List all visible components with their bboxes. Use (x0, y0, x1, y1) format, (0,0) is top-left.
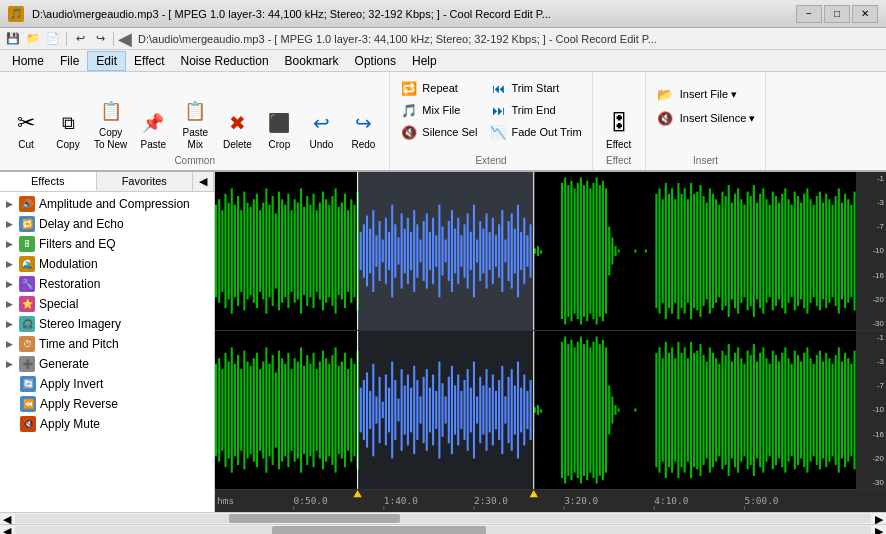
menu-edit[interactable]: Edit (87, 51, 126, 71)
svg-rect-9 (240, 210, 242, 292)
trim-start-button[interactable]: ⏮ Trim Start (485, 78, 585, 98)
qa-redo[interactable]: ↪ (91, 30, 109, 48)
effect-button[interactable]: 🎛 Effect (599, 105, 639, 153)
scroll-left-arrow[interactable]: ◀ (0, 513, 14, 524)
paste-mix-label: Paste Mix (183, 127, 209, 151)
sidebar-item-apply-reverse[interactable]: ⏪ Apply Reverse (0, 394, 214, 414)
qa-undo[interactable]: ↩ (71, 30, 89, 48)
svg-rect-189 (850, 205, 852, 298)
svg-rect-273 (432, 375, 434, 446)
svg-rect-108 (567, 185, 569, 317)
waveform-track-top[interactable]: -1 -3 -7 -10 -16 -20 -30 (215, 172, 886, 331)
menu-noise-reduction[interactable]: Noise Reduction (173, 52, 277, 70)
qa-new[interactable]: 📄 (44, 30, 62, 48)
scrollbar-track-2[interactable] (15, 526, 871, 534)
sidebar-item-special[interactable]: ▶ ⭐ Special (0, 294, 214, 314)
horizontal-scrollbar[interactable]: ◀ ▶ (0, 512, 886, 524)
sidebar-item-restoration[interactable]: ▶ 🔧 Restoration (0, 274, 214, 294)
sidebar-item-apply-mute[interactable]: 🔇 Apply Mute (0, 414, 214, 434)
copy-to-new-button[interactable]: 📋 Copy To New (90, 93, 131, 153)
scroll-left-arrow-2[interactable]: ◀ (0, 525, 14, 534)
cut-button[interactable]: ✂ Cut (6, 105, 46, 153)
svg-rect-83 (470, 232, 472, 270)
delete-button[interactable]: ✖ Delete (217, 105, 257, 153)
svg-rect-258 (385, 375, 387, 446)
sidebar-item-generate[interactable]: ▶ ➕ Generate (0, 354, 214, 374)
undo-button[interactable]: ↩ Undo (301, 105, 341, 153)
menu-file[interactable]: File (52, 52, 87, 70)
svg-rect-360 (756, 362, 758, 459)
svg-rect-363 (765, 358, 767, 462)
svg-rect-34 (319, 203, 321, 300)
silence-sel-button[interactable]: 🔇 Silence Sel (396, 122, 481, 142)
back-button[interactable]: ◀ (118, 28, 132, 50)
svg-rect-325 (614, 405, 616, 415)
menu-bookmark[interactable]: Bookmark (277, 52, 347, 70)
waveform-area[interactable]: -1 -3 -7 -10 -16 -20 -30 (215, 172, 886, 512)
sidebar-item-time[interactable]: ▶ ⏱ Time and Pitch (0, 334, 214, 354)
svg-rect-75 (445, 240, 447, 263)
mix-file-button[interactable]: 🎵 Mix File (396, 100, 481, 120)
copy-button[interactable]: ⧉ Copy (48, 105, 88, 153)
menu-options[interactable]: Options (347, 52, 404, 70)
svg-rect-92 (498, 224, 500, 277)
scroll-right-arrow[interactable]: ▶ (872, 513, 886, 524)
svg-rect-329 (658, 347, 660, 472)
scrollbar-thumb-2[interactable] (272, 526, 486, 534)
svg-rect-378 (813, 364, 815, 457)
sidebar-item-filters[interactable]: ▶ 🎚 Filters and EQ (0, 234, 214, 254)
menu-home[interactable]: Home (4, 52, 52, 70)
trim-end-button[interactable]: ⏭ Trim End (485, 100, 585, 120)
svg-rect-230 (300, 347, 302, 472)
paste-mix-button[interactable]: 📋 Paste Mix (175, 93, 215, 153)
svg-rect-375 (803, 353, 805, 467)
qa-save[interactable]: 💾 (4, 30, 22, 48)
window-controls[interactable]: − □ ✕ (796, 5, 878, 23)
svg-rect-369 (784, 347, 786, 472)
svg-rect-124 (618, 249, 620, 252)
sidebar-item-stereo[interactable]: ▶ 🎧 Stereo Imagery (0, 314, 214, 334)
sidebar-item-modulation[interactable]: ▶ 🌊 Modulation (0, 254, 214, 274)
svg-rect-144 (709, 188, 711, 313)
scrollbar-track[interactable] (15, 514, 871, 523)
svg-rect-118 (599, 185, 601, 317)
sidebar-item-amplitude[interactable]: ▶ 🔊 Amplitude and Compression (0, 194, 214, 214)
menu-effect[interactable]: Effect (126, 52, 172, 70)
repeat-button[interactable]: 🔁 Repeat (396, 78, 481, 98)
qa-open[interactable]: 📁 (24, 30, 42, 48)
sidebar-item-apply-invert[interactable]: 🔄 Apply Invert (0, 374, 214, 394)
svg-rect-343 (703, 355, 705, 465)
tab-favorites[interactable]: Favorites (97, 172, 194, 191)
maximize-button[interactable]: □ (824, 5, 850, 23)
svg-rect-308 (561, 342, 563, 478)
close-button[interactable]: ✕ (852, 5, 878, 23)
crop-button[interactable]: ⬛ Crop (259, 105, 299, 153)
insert-file-button[interactable]: 📂 Insert File ▾ (652, 84, 741, 104)
svg-rect-181 (825, 194, 827, 308)
svg-rect-82 (467, 213, 469, 288)
svg-rect-318 (592, 342, 594, 478)
svg-rect-184 (835, 196, 837, 306)
scrollbar-area-2[interactable]: ◀ ▶ (0, 524, 886, 534)
svg-rect-36 (325, 199, 327, 303)
sidebar-collapse-btn[interactable]: ◀ (193, 172, 214, 191)
fade-out-trim-button[interactable]: 📉 Fade Out Trim (485, 122, 585, 142)
svg-rect-152 (734, 194, 736, 308)
paste-button[interactable]: 📌 Paste (133, 105, 173, 153)
svg-rect-165 (775, 196, 777, 306)
redo-button[interactable]: ↪ Redo (343, 105, 383, 153)
svg-rect-167 (781, 194, 783, 308)
tab-effects[interactable]: Effects (0, 172, 97, 191)
main-content: Effects Favorites ◀ ▶ 🔊 Amplitude and Co… (0, 172, 886, 512)
scroll-right-arrow-2[interactable]: ▶ (872, 525, 886, 534)
svg-rect-79 (457, 218, 459, 284)
sidebar-item-delay[interactable]: ▶ 🔁 Delay and Echo (0, 214, 214, 234)
svg-rect-38 (331, 196, 333, 306)
menu-help[interactable]: Help (404, 52, 445, 70)
svg-rect-338 (687, 358, 689, 462)
title-bar: 🎵 D:\audio\mergeaudio.mp3 - [ MPEG 1.0 l… (0, 0, 886, 28)
minimize-button[interactable]: − (796, 5, 822, 23)
scrollbar-thumb[interactable] (229, 514, 400, 523)
waveform-track-bottom[interactable]: -1 -3 -7 -10 -16 -20 -30 (215, 331, 886, 490)
insert-silence-button[interactable]: 🔇 Insert Silence ▾ (652, 108, 760, 128)
